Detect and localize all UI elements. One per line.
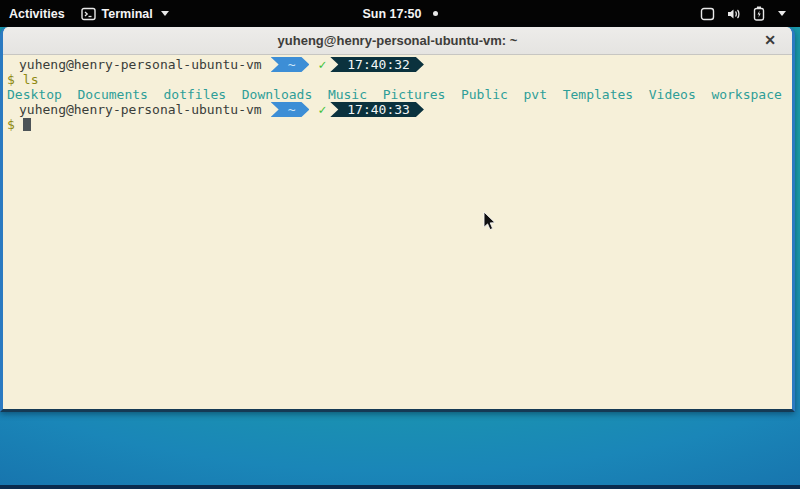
- battery-charging-icon: [753, 6, 765, 21]
- terminal-window: yuheng@henry-personal-ubuntu-vm: ~ ✕ yuh…: [0, 27, 795, 412]
- directory-entry: Documents: [77, 87, 147, 102]
- prompt-path: ~: [288, 57, 296, 72]
- notification-dot-icon: [433, 11, 438, 16]
- directory-entry: Desktop: [7, 87, 62, 102]
- input-line: $: [7, 117, 786, 132]
- directory-entry: workspace: [711, 87, 781, 102]
- directory-entry: pvt: [524, 87, 547, 102]
- prompt-time: 17:40:32: [347, 57, 410, 72]
- powerline-path-segment: ~: [271, 57, 310, 72]
- prompt-path: ~: [288, 102, 296, 117]
- prompt-line: yuheng@henry-personal-ubuntu-vm ~ ✓ 17:4…: [19, 102, 786, 117]
- topbar-right: [700, 6, 800, 21]
- directory-entry: Templates: [563, 87, 633, 102]
- activities-button[interactable]: Activities: [9, 7, 65, 21]
- screen-icon: [700, 7, 715, 21]
- desktop-background: Activities Terminal Sun 17:50: [0, 0, 800, 489]
- terminal-cursor: [23, 118, 31, 131]
- window-title: yuheng@henry-personal-ubuntu-vm: ~: [278, 33, 518, 48]
- volume-icon: [726, 7, 742, 21]
- terminal-content[interactable]: yuheng@henry-personal-ubuntu-vm ~ ✓ 17:4…: [3, 55, 792, 406]
- close-icon[interactable]: ✕: [758, 29, 782, 51]
- success-check-icon: ✓: [318, 57, 326, 72]
- directory-listing: DesktopDocumentsdotfilesDownloadsMusicPi…: [7, 87, 786, 102]
- terminal-app-icon: [81, 7, 96, 21]
- clock-button[interactable]: Sun 17:50: [362, 7, 437, 21]
- window-titlebar[interactable]: yuheng@henry-personal-ubuntu-vm: ~ ✕: [3, 27, 792, 55]
- directory-entry: Public: [461, 87, 508, 102]
- top-bar: Activities Terminal Sun 17:50: [0, 0, 800, 27]
- prompt-symbol: $: [7, 117, 15, 132]
- desktop-bottom-shade: [0, 485, 800, 489]
- topbar-left: Activities Terminal: [0, 7, 700, 21]
- prompt-time: 17:40:33: [347, 102, 410, 117]
- directory-entry: Music: [328, 87, 367, 102]
- success-check-icon: ✓: [318, 102, 326, 117]
- directory-entry: dotfiles: [164, 87, 227, 102]
- command-line: $ ls: [7, 72, 786, 87]
- chevron-down-icon: [161, 11, 169, 16]
- chevron-down-icon: [778, 11, 786, 16]
- directory-entry: Videos: [649, 87, 696, 102]
- mouse-cursor-icon: [483, 211, 497, 232]
- directory-entry: Pictures: [383, 87, 446, 102]
- prompt-symbol: $: [7, 72, 15, 87]
- app-menu-button[interactable]: Terminal: [81, 7, 169, 21]
- powerline-time-segment: 17:40:33: [330, 102, 424, 117]
- powerline-path-segment: ~: [271, 102, 310, 117]
- prompt-user-host: yuheng@henry-personal-ubuntu-vm: [19, 57, 262, 72]
- powerline-time-segment: 17:40:32: [330, 57, 424, 72]
- prompt-user-host: yuheng@henry-personal-ubuntu-vm: [19, 102, 262, 117]
- app-menu-label: Terminal: [102, 7, 153, 21]
- clock-label: Sun 17:50: [362, 7, 421, 21]
- directory-entry: Downloads: [242, 87, 312, 102]
- prompt-line: yuheng@henry-personal-ubuntu-vm ~ ✓ 17:4…: [19, 57, 786, 72]
- typed-command: ls: [23, 72, 39, 87]
- system-status-menu[interactable]: [700, 6, 786, 21]
